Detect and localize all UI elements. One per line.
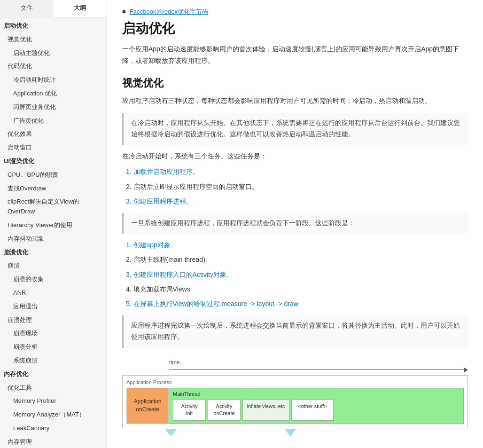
nav-item-冷启动耗时统计[interactable]: 冷启动耗时统计	[0, 73, 107, 87]
main-thread-label: MainThread	[173, 391, 460, 397]
nav-item-cliprect解决自定义view的ov[interactable]: clipRect解决自定义View的OverDraw	[0, 195, 107, 219]
nav-item-anr[interactable]: ANR	[0, 286, 107, 300]
nav-item-闪屏页业务优化[interactable]: 闪屏页业务优化	[0, 101, 107, 114]
diagram-box: Application Process ApplicationonCreate …	[122, 375, 468, 428]
nav-item-application优化[interactable]: Application 优化	[0, 87, 107, 101]
nav-item-内存抖动现象[interactable]: 内存抖动现象	[0, 232, 107, 246]
phase-4: 4. 填充加载布局Views	[126, 283, 468, 295]
nav-item-启动优化[interactable]: 启动优化	[0, 19, 107, 33]
nav-item-启动主题优化[interactable]: 启动主题优化	[0, 47, 107, 60]
nav-item-系统崩溃[interactable]: 系统崩溃	[0, 354, 107, 368]
page-title: 启动优化	[122, 20, 468, 38]
nav-item-优化工具[interactable]: 优化工具	[0, 381, 107, 395]
time-arrow	[169, 368, 468, 372]
phase-3: 3. 创建应用程序入口的Activity对象.	[126, 269, 468, 281]
nav-item-memoryanalyzer（mat）[interactable]: Memory Analyzer（MAT）	[0, 408, 107, 422]
nav-item-启动窗口[interactable]: 启动窗口	[0, 141, 107, 155]
cold-start-intro: 在冷启动开始时，系统有三个任务。这些任务是：	[122, 150, 468, 162]
phases-list: 1. 创建app对象. 2. 启动主线程(main thread). 3. 创建…	[126, 239, 468, 310]
nav-item-广告页优化[interactable]: 广告页优化	[0, 114, 107, 128]
nav-item-hierarchyviewer的使用[interactable]: Hierarchy Viewer的使用	[0, 219, 107, 232]
blockquote1: 在冷启动时，应用程序从头开始。在其他状态下，系统需要将正在运行的应用程序从后台运…	[122, 113, 468, 145]
thread-activity-oncreate: ActivityonCreate	[208, 400, 241, 421]
tab-file[interactable]: 文件	[0, 0, 54, 17]
section1-title: 视觉优化	[122, 76, 468, 90]
app-oncreate-box: ApplicationonCreate	[126, 388, 169, 424]
task-1: 1. 加载并启动应用程序。	[126, 166, 468, 178]
triangle1	[165, 429, 177, 437]
thread-inflate-views: inflate views, etc	[242, 400, 289, 421]
sidebar-tabs: 文件 大纲	[0, 0, 107, 17]
diagram-inner: ApplicationonCreate MainThread Activityi…	[126, 388, 464, 424]
main-thread-section: MainThread Activityinit ActivityonCreate…	[169, 388, 464, 424]
thread-activity-init: Activityinit	[173, 400, 206, 421]
nav-item-崩溃分析[interactable]: 崩溃分析	[0, 340, 107, 354]
nav-item-崩溃的收集[interactable]: 崩溃的收集	[0, 273, 107, 286]
app-oncreate-label: ApplicationonCreate	[134, 398, 162, 414]
sidebar-nav: 启动优化视觉优化启动主题优化代码优化冷启动耗时统计Application 优化闪…	[0, 17, 107, 448]
nav-item-leakcannary[interactable]: LeakCannary	[0, 422, 107, 435]
time-label: time	[169, 359, 468, 366]
nav-item-代码优化[interactable]: 代码优化	[0, 60, 107, 73]
nav-item-memoryprofiler[interactable]: Memory Profiler	[0, 394, 107, 408]
nav-item-崩溃优化[interactable]: 崩溃优化	[0, 246, 107, 259]
nav-item-崩溃处理[interactable]: 崩溃处理	[0, 314, 107, 327]
tasks-list: 1. 加载并启动应用程序。 2. 启动后立即显示应用程序空白的启动窗口。 3. …	[126, 166, 468, 207]
task-3: 3. 创建应用程序进程。	[126, 196, 468, 207]
after-draw-quote: 应用程序进程完成第一次绘制后，系统进程会交换当前显示的背景窗口，将其替换为主活动…	[122, 315, 468, 348]
thread-items: Activityinit ActivityonCreate inflate vi…	[173, 400, 460, 421]
tab-outline[interactable]: 大纲	[54, 0, 107, 17]
nav-item-cpu、gpu的职责[interactable]: CPU、GPU的职责	[0, 168, 107, 182]
nav-item-崩溃[interactable]: 崩溃	[0, 259, 107, 273]
thread-other-stuff: <other stuff>	[291, 400, 334, 421]
sidebar: 文件 大纲 启动优化视觉优化启动主题优化代码优化冷启动耗时统计Applicati…	[0, 0, 107, 448]
task-2: 2. 启动后立即显示应用程序空白的启动窗口。	[126, 181, 468, 193]
phase-5: 5. 在屏幕上执行View的绘制过程.measure -> layout -> …	[126, 298, 468, 310]
time-arrow-head	[464, 368, 468, 372]
triangle2	[285, 429, 296, 437]
phase-2: 2. 启动主线程(main thread).	[126, 254, 468, 266]
phase-1: 1. 创建app对象.	[126, 239, 468, 251]
nav-item-视觉优化[interactable]: 视觉优化	[0, 33, 107, 47]
nav-item-内存优化[interactable]: 内存优化	[0, 368, 107, 381]
section1-intro: 应用程序启动有三种状态，每种状态都会影响应用程序对用户可见所需的时间：冷启动，热…	[122, 95, 468, 107]
nav-item-内存管理[interactable]: 内存管理	[0, 435, 107, 448]
main-content: ■ Facebook的redex优化字节码 启动优化 一个应用App的启动速度能…	[107, 0, 483, 448]
nav-item-优化效果[interactable]: 优化效果	[0, 127, 107, 141]
redex-link[interactable]: Facebook的redex优化字节码	[129, 8, 208, 15]
diagram-container: time Application Process ApplicationonCr…	[122, 359, 468, 437]
nav-item-应用退出[interactable]: 应用退出	[0, 300, 107, 314]
intro-text: 一个应用App的启动速度能够影响用户的首次体验，启动速度较慢(感官上)的应用可能…	[122, 43, 468, 67]
nav-item-崩溃现场[interactable]: 崩溃现场	[0, 327, 107, 340]
nav-item-ui渲染优化[interactable]: UI渲染优化	[0, 155, 107, 168]
time-arrow-line	[169, 369, 464, 370]
nav-item-查找overdraw[interactable]: 查找Overdraw	[0, 182, 107, 196]
app-process-label: Application Process	[126, 379, 464, 385]
blockquote2: 一旦系统创建应用程序进程，应用程序进程就会负责下一阶段。这些阶段是：	[122, 213, 468, 234]
